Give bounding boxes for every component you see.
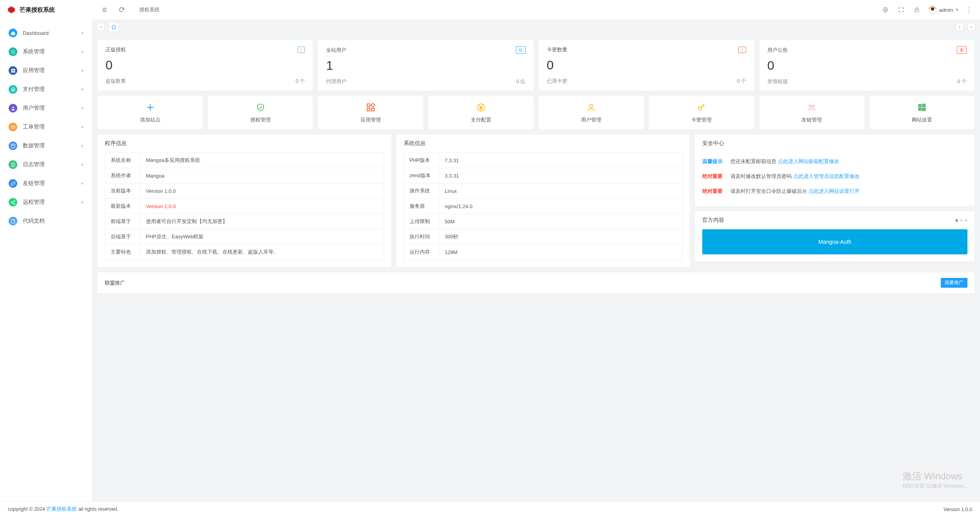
stat-sub-value: 0 个 <box>958 78 967 85</box>
link-icon <box>9 179 17 188</box>
footer: copyright © 2024 芒果授权系统 all rights reser… <box>0 501 980 517</box>
more-button[interactable]: ⋮ <box>966 6 972 14</box>
sidebar-item-7[interactable]: 日志管理 ▾ <box>0 155 92 174</box>
sidebar-item-label: 远程管理 <box>23 199 81 206</box>
system-info-table: PHP版本7.3.31zend版本3.3.31操作系统Linux服务器nginx… <box>404 152 683 260</box>
grid-icon <box>9 66 17 75</box>
security-link[interactable]: 点此进入管理员信息配置修改 <box>793 173 860 179</box>
quick-link-1[interactable]: 授权管理 <box>208 96 313 129</box>
sidebar-item-1[interactable]: 系统管理 ▾ <box>0 42 92 61</box>
avatar-icon <box>928 5 937 14</box>
tab-home-button[interactable] <box>109 22 119 32</box>
stat-card-1: 全站用户 位 1 代理用户0 位 <box>318 40 533 91</box>
tab-prev-button[interactable]: ‹ <box>97 23 105 31</box>
security-tag: 温馨提示 <box>702 158 723 165</box>
svg-rect-39 <box>922 104 925 107</box>
quick-link-5[interactable]: 卡密管理 <box>649 96 754 129</box>
content: 正版授权 ↑ 0 盗版数量0 个全站用户 位 1 代理用户0 位卡密数量 ↑ 0… <box>92 34 980 501</box>
table-row: 主要特色添加授权、管理授权、在线下载、在线更新、盗版入库等。 <box>105 245 384 260</box>
sidebar-item-9[interactable]: 远程管理 ▾ <box>0 193 92 212</box>
quick-link-label: 应用管理 <box>361 116 381 123</box>
quick-link-2[interactable]: 应用管理 <box>318 96 423 129</box>
official-panel: 官方内容 Mangoa-Auth <box>695 211 975 261</box>
sidebar-item-label: 工单管理 <box>23 123 81 131</box>
sidebar-item-3[interactable]: 支付管理 ▾ <box>0 80 92 99</box>
stat-sub-value: 0 个 <box>296 78 305 85</box>
stat-sub-label: 代理用户 <box>326 78 346 85</box>
footer-link[interactable]: 芒果授权系统 <box>46 506 77 512</box>
sidebar-item-label: 支付管理 <box>23 86 81 93</box>
promo-button[interactable]: 我要推广 <box>941 278 967 288</box>
sidebar-item-0[interactable]: Dashboard ▾ <box>0 24 92 42</box>
promo-panel: 联盟推广 我要推广 <box>98 272 975 293</box>
refresh-button[interactable] <box>117 5 126 14</box>
svg-rect-41 <box>922 108 925 111</box>
svg-point-12 <box>11 144 15 145</box>
svg-rect-4 <box>13 69 15 70</box>
user-name: admin <box>939 7 953 13</box>
program-info-panel: 程序信息 系统名称Mangoa多应用授权系统系统作者Mangoa当前版本Vers… <box>98 134 391 267</box>
security-link[interactable]: 点此进入网站设置打开 <box>809 188 860 194</box>
sidebar-menu: Dashboard ▾ 系统管理 ▾ 应用管理 ▾ 支付管理 ▾ 用户管理 ▾ … <box>0 20 92 230</box>
security-link[interactable]: 点此进入网站邮箱配置修改 <box>778 158 839 164</box>
carousel-dots[interactable] <box>955 219 967 222</box>
sidebar-item-label: 日志管理 <box>23 161 81 168</box>
user-icon <box>9 104 17 112</box>
quick-link-3[interactable]: 支付配置 <box>428 96 533 129</box>
fullscreen-button[interactable] <box>897 5 905 14</box>
quick-link-6[interactable]: 友链管理 <box>760 96 864 129</box>
breadcrumb: 授权系统 <box>135 0 164 20</box>
theme-button[interactable] <box>881 5 890 14</box>
security-tag: 绝对重要 <box>702 188 723 195</box>
svg-rect-38 <box>918 104 922 107</box>
quick-link-label: 支付配置 <box>471 116 491 123</box>
svg-rect-32 <box>372 108 374 111</box>
stat-badge: 条 <box>957 46 967 54</box>
stat-card-3: 用户公告 条 0 友情链接0 个 <box>760 40 975 91</box>
stat-sub-value: 0 位 <box>516 78 525 85</box>
toggle-sidebar-button[interactable] <box>100 5 109 14</box>
yen-icon <box>476 102 486 112</box>
quick-link-4[interactable]: 用户管理 <box>539 96 644 129</box>
sidebar-item-4[interactable]: 用户管理 ▾ <box>0 99 92 118</box>
user-menu[interactable]: admin ▼ <box>928 5 959 14</box>
quick-link-7[interactable]: 网站设置 <box>870 96 975 129</box>
stat-value: 0 <box>106 58 305 73</box>
sidebar-item-6[interactable]: 数据管理 ▾ <box>0 136 92 155</box>
tab-expand-button[interactable] <box>967 23 975 31</box>
chevron-down-icon: ▾ <box>81 68 84 73</box>
chevron-down-icon: ▾ <box>81 87 84 92</box>
panel-title: 官方内容 <box>702 217 724 224</box>
sidebar-item-label: 代码文档 <box>23 218 84 225</box>
panel-title: 联盟推广 <box>105 279 125 287</box>
stat-sub-value: 0 个 <box>737 78 746 85</box>
share-icon <box>9 198 17 207</box>
chevron-down-icon: ▼ <box>955 8 959 12</box>
chevron-down-icon: ▾ <box>81 125 84 130</box>
quick-link-0[interactable]: 添加站点 <box>98 96 202 129</box>
sidebar-item-label: 用户管理 <box>23 105 81 112</box>
svg-rect-5 <box>11 71 13 73</box>
table-row: 当前版本Version 1.0.0 <box>105 183 384 199</box>
doc-icon <box>9 217 17 225</box>
sidebar: 芒果授权系统 Dashboard ▾ 系统管理 ▾ 应用管理 ▾ 支付管理 ▾ … <box>0 0 92 501</box>
sidebar-item-5[interactable]: 工单管理 ▾ <box>0 118 92 136</box>
svg-point-18 <box>11 201 12 203</box>
tab-next-button[interactable]: › <box>956 23 964 31</box>
sidebar-item-10[interactable]: 代码文档 <box>0 212 92 230</box>
lock-button[interactable] <box>913 5 921 14</box>
pay-icon <box>9 85 17 94</box>
stat-title: 正版授权 <box>106 46 126 53</box>
sidebar-item-2[interactable]: 应用管理 ▾ <box>0 61 92 80</box>
quick-link-label: 添加站点 <box>140 116 160 123</box>
svg-point-17 <box>14 200 15 201</box>
security-row-2: 绝对重要 请及时打开安全口令防止爆破后台 点此进入网站设置打开 <box>702 184 967 199</box>
sidebar-item-8[interactable]: 友链管理 ▾ <box>0 174 92 193</box>
log-icon <box>9 160 17 169</box>
official-banner[interactable]: Mangoa-Auth <box>702 229 967 254</box>
svg-rect-3 <box>11 69 13 70</box>
table-row: 操作系统Linux <box>404 183 683 199</box>
security-tag: 绝对重要 <box>702 173 723 180</box>
quick-link-label: 卡密管理 <box>691 116 712 123</box>
table-row: 系统名称Mangoa多应用授权系统 <box>105 153 384 168</box>
